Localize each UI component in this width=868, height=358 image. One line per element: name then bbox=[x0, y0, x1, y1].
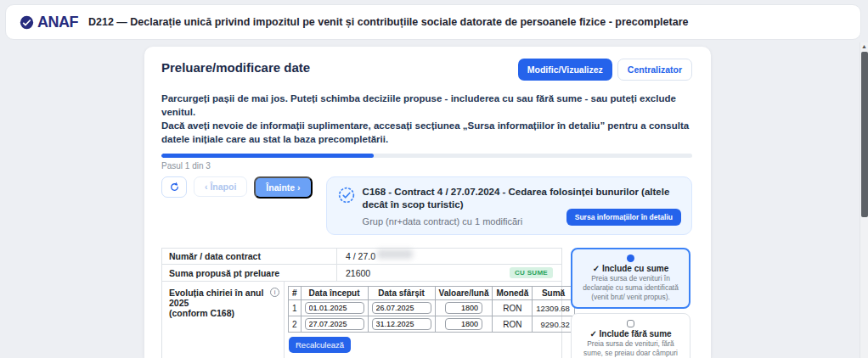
col-header: Sumă bbox=[533, 287, 575, 300]
table-row: 1 RON 12309.68 bbox=[289, 300, 575, 316]
app-header: ANAF D212 — Declarație unică privind imp… bbox=[5, 4, 861, 40]
table-row: 2 RON 9290.32 bbox=[289, 316, 575, 333]
info-icon[interactable]: i bbox=[270, 288, 279, 297]
sum-cell: 9290.32 bbox=[533, 316, 575, 333]
intro-line-1: Parcurgeți pașii de mai jos. Puteți schi… bbox=[161, 92, 692, 119]
row-contract-number: Număr / data contract 4 / 27.0 bbox=[162, 249, 561, 265]
back-button[interactable]: ‹ Înapoi bbox=[194, 176, 247, 197]
main-panel: Preluare/modificare date Modific/Vizuali… bbox=[144, 47, 711, 358]
scroll-up-icon[interactable]: ▲ bbox=[860, 42, 868, 51]
currency-cell: RON bbox=[493, 316, 533, 333]
details-table: Număr / data contract 4 / 27.0 Suma prop… bbox=[161, 248, 562, 358]
row-label: Suma propusă pt preluare bbox=[162, 265, 337, 281]
progress-fill bbox=[161, 154, 374, 158]
with-sums-badge: CU SUME bbox=[510, 267, 553, 278]
row-proposed-sum: Suma propusă pt preluare 21600 CU SUME bbox=[162, 265, 561, 282]
row-label: Număr / data contract bbox=[162, 249, 337, 264]
recalculate-button[interactable]: Recalculează bbox=[289, 337, 351, 353]
next-button[interactable]: Înainte › bbox=[254, 176, 312, 199]
radio-selected-icon bbox=[627, 255, 634, 262]
anaf-logo: ANAF bbox=[20, 14, 78, 31]
option-include-without-sums[interactable]: ✓ Include fără sume Preia sursa de venit… bbox=[571, 313, 690, 358]
row-number: 1 bbox=[289, 300, 302, 316]
redacted-text bbox=[377, 249, 413, 259]
col-header: Data început bbox=[301, 287, 368, 300]
end-date-input[interactable] bbox=[372, 302, 431, 314]
modify-view-button[interactable]: Modific/Vizualizez bbox=[518, 59, 612, 81]
currency-cell: RON bbox=[493, 300, 533, 316]
intro-text: Parcurgeți pașii de mai jos. Puteți schi… bbox=[161, 92, 692, 146]
source-info-button[interactable]: Sursa informațiilor în detaliu bbox=[566, 209, 681, 226]
step-label: Pasul 1 din 3 bbox=[161, 161, 692, 171]
end-date-input[interactable] bbox=[372, 318, 431, 330]
start-date-input[interactable] bbox=[305, 302, 364, 314]
contract-card: C168 - Contract 4 / 27.07.2024 - Cedarea… bbox=[326, 176, 692, 235]
page-title: D212 — Declarație unică privind impozitu… bbox=[88, 16, 688, 28]
anaf-emblem-icon bbox=[20, 15, 34, 30]
scrollbar[interactable]: ▲ bbox=[860, 42, 868, 358]
refresh-icon bbox=[169, 182, 180, 193]
start-date-input[interactable] bbox=[305, 318, 364, 330]
contract-title: C168 - Contract 4 / 27.07.2024 - Cedarea… bbox=[363, 186, 681, 211]
row-value: 4 / 27.0 bbox=[337, 249, 561, 264]
decision-options: ✓ Include cu sume Preia sursa de venitur… bbox=[571, 248, 690, 358]
option-description: Preia sursa de venituri, fără sume, se p… bbox=[578, 339, 684, 358]
col-header: # bbox=[289, 287, 302, 300]
check-circle-icon bbox=[338, 187, 355, 204]
row-label: Evoluția chiriei în anul 2025 (conform C… bbox=[162, 282, 285, 358]
panel-title: Preluare/modificare date bbox=[161, 59, 310, 75]
col-header: Monedă bbox=[493, 287, 533, 300]
refresh-button[interactable] bbox=[161, 176, 187, 198]
radio-unselected-icon bbox=[627, 320, 634, 327]
progress-bar bbox=[161, 154, 692, 158]
col-header: Data sfârșit bbox=[368, 287, 435, 300]
sum-cell: 12309.68 bbox=[533, 300, 575, 316]
option-include-with-sums[interactable]: ✓ Include cu sume Preia sursa de venitur… bbox=[571, 248, 690, 308]
monthly-value-input[interactable] bbox=[445, 318, 482, 330]
intro-line-2: Dacă aveți nevoie de informații suplimen… bbox=[161, 119, 692, 146]
row-rent-evolution: Evoluția chiriei în anul 2025 (conform C… bbox=[162, 282, 561, 358]
back-chevron-icon: ‹ bbox=[205, 182, 208, 192]
next-chevron-icon: › bbox=[297, 182, 301, 193]
scrollbar-thumb[interactable] bbox=[861, 52, 868, 217]
monthly-value-input[interactable] bbox=[445, 302, 482, 314]
option-title: ✓ Include fără sume bbox=[578, 329, 684, 338]
col-header: Valoare/lună bbox=[435, 287, 493, 300]
row-value: 21600 CU SUME bbox=[337, 265, 561, 281]
centralizator-button[interactable]: Centralizator bbox=[617, 59, 692, 81]
evolution-table: # Data început Data sfârșit Valoare/lună… bbox=[288, 286, 575, 333]
option-title: ✓ Include cu sume bbox=[578, 264, 684, 273]
row-value: # Data început Data sfârșit Valoare/lună… bbox=[285, 282, 578, 358]
option-description: Preia sursa de venituri în declarație cu… bbox=[578, 274, 684, 302]
anaf-logo-text: ANAF bbox=[37, 14, 78, 31]
row-number: 2 bbox=[289, 316, 302, 333]
